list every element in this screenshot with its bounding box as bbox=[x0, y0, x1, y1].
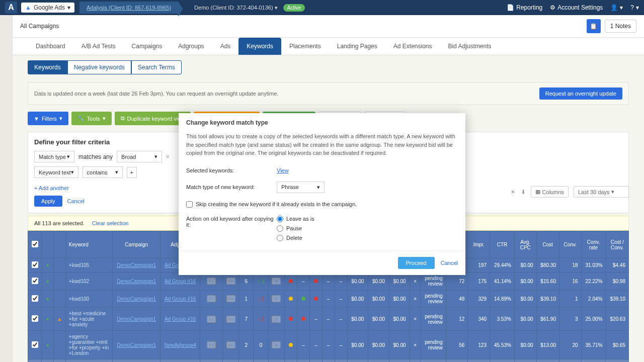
cancel-filter-link[interactable]: Cancel bbox=[67, 198, 85, 204]
stat-badge: ⊞ bbox=[272, 278, 281, 285]
row-checkbox[interactable] bbox=[32, 278, 38, 284]
breadcrumb-demo[interactable]: Demo (Client ID: 372-404-0136) ▾ Active bbox=[187, 2, 312, 14]
row-checkbox[interactable] bbox=[32, 295, 38, 302]
info-bar: Data is updated once a week (last date 2… bbox=[28, 82, 629, 105]
row-checkbox[interactable] bbox=[32, 315, 38, 322]
proceed-button[interactable]: Proceed bbox=[398, 257, 435, 269]
delete-radio[interactable] bbox=[277, 235, 283, 241]
subtab-searchterms[interactable]: Search Terms bbox=[131, 60, 182, 74]
add-value-button[interactable]: + bbox=[127, 167, 137, 178]
adalysis-logo[interactable]: A bbox=[5, 2, 17, 14]
filter-value-select[interactable]: Broad▾ bbox=[117, 151, 162, 162]
clear-selection-link[interactable]: Clear selection bbox=[92, 220, 129, 226]
main-tabs: DashboardA/B Ad TestsCampaignsAdgroupsAd… bbox=[13, 38, 644, 55]
adgroup-link[interactable]: Ad Group #16 bbox=[165, 279, 196, 284]
gear-icon: ⚙ bbox=[550, 4, 555, 11]
table-row: ●+agency +guarantee +rent +for +property… bbox=[28, 331, 629, 359]
campaign-link[interactable]: DemoCampaign1 bbox=[117, 296, 156, 302]
change-match-type-modal: Change keyword match type This tool allo… bbox=[179, 113, 465, 275]
table-row: ⏸+guaranteed +rent +propertyDemoCampaign… bbox=[28, 359, 629, 363]
tab-keywords[interactable]: Keywords bbox=[238, 38, 281, 55]
modal-description: This tool allows you to create a copy of… bbox=[179, 132, 465, 163]
view-keywords-link[interactable]: View bbox=[277, 167, 289, 173]
tab-bidadjustments[interactable]: Bid Adjustments bbox=[440, 38, 500, 55]
campaign-link[interactable]: DemoCampaign1 bbox=[117, 279, 156, 284]
ad-badge: AD bbox=[226, 341, 235, 348]
notes-icon-button[interactable]: 📋 bbox=[587, 19, 601, 33]
tab-dashboard[interactable]: Dashboard bbox=[28, 38, 73, 55]
sub-header: All Campaigns 📋 1 Notes bbox=[13, 15, 644, 38]
status-dot bbox=[289, 343, 293, 347]
table-row: ●+kwd100DemoCampaign1Ad Group #16E1AD1↓ … bbox=[28, 290, 629, 308]
tab-abadtests[interactable]: A/B Ad Tests bbox=[73, 38, 124, 55]
warning-icon: ▲ bbox=[57, 316, 62, 322]
help-menu[interactable]: ?▾ bbox=[630, 4, 639, 11]
skip-existing-checkbox[interactable] bbox=[186, 201, 193, 208]
filter-field-select[interactable]: Match type▾ bbox=[34, 151, 74, 162]
left-rail[interactable] bbox=[0, 15, 13, 362]
apply-button[interactable]: Apply bbox=[34, 196, 62, 207]
tab-ads[interactable]: Ads bbox=[212, 38, 239, 55]
notes-button[interactable]: 1 Notes bbox=[605, 20, 636, 33]
sub-tabs: KeywordsNegative keywordsSearch Terms bbox=[13, 55, 644, 79]
campaign-link[interactable]: DemoCampaign1 bbox=[117, 316, 156, 322]
user-menu[interactable]: 👤▾ bbox=[610, 4, 623, 11]
keyword-cell: +guaranteed +rent +property bbox=[65, 359, 113, 363]
filter-op-select[interactable]: contains▾ bbox=[83, 166, 123, 178]
match-type-select[interactable]: Phrase▾ bbox=[277, 182, 325, 193]
enabled-icon: ● bbox=[46, 316, 49, 322]
chevron-down-icon: ▾ bbox=[154, 153, 157, 160]
subtab-negativekeywords[interactable]: Negative keywords bbox=[67, 60, 131, 74]
tools-button[interactable]: 🔧Tools ▾ bbox=[71, 112, 112, 125]
row-checkbox[interactable] bbox=[32, 261, 38, 268]
campaign-link[interactable]: DemoCampaign1 bbox=[117, 342, 156, 348]
adgroup-link[interactable]: Ad Group #16 bbox=[165, 296, 196, 302]
ad-badge: AD bbox=[226, 316, 235, 323]
match-type-label: Match type of new keyword: bbox=[186, 184, 277, 190]
download-icon[interactable]: ⬇ bbox=[521, 189, 526, 196]
columns-icon: ▦ bbox=[535, 189, 540, 195]
keyword-cell: +kwd105 bbox=[65, 258, 113, 273]
modal-cancel-link[interactable]: Cancel bbox=[441, 260, 458, 266]
status-dot bbox=[289, 297, 293, 301]
filter-field-select-2[interactable]: Keyword text▾ bbox=[34, 166, 78, 178]
chevron-down-icon: ▾ bbox=[115, 169, 118, 175]
chevron-down-icon: ▾ bbox=[611, 189, 614, 195]
stat-badge: ⊞ bbox=[272, 341, 281, 348]
tab-campaigns[interactable]: Campaigns bbox=[124, 38, 171, 55]
tab-placements[interactable]: Placements bbox=[281, 38, 329, 55]
chevron-down-icon: ▾ bbox=[71, 169, 74, 175]
tab-adgroups[interactable]: Adgroups bbox=[170, 38, 212, 55]
remove-filter-icon[interactable]: × bbox=[166, 153, 170, 160]
breadcrumb-client[interactable]: Adalysis (Client ID: 867-619-8965) bbox=[79, 2, 178, 14]
campaign-link[interactable]: DemoCampaign1 bbox=[117, 262, 156, 268]
date-range-select[interactable]: Last 30 days▾ bbox=[574, 186, 629, 198]
pause-radio[interactable] bbox=[277, 225, 283, 232]
account-settings-link[interactable]: ⚙Account Settings bbox=[550, 4, 603, 11]
status-dot bbox=[301, 317, 305, 321]
active-badge: Active bbox=[283, 4, 305, 12]
platform-selector[interactable]: ▲ Google Ads ▾ bbox=[21, 3, 74, 13]
request-update-button[interactable]: Request an overnight update bbox=[539, 87, 622, 100]
report-icon: 📄 bbox=[507, 4, 514, 11]
adgroup-link[interactable]: Ad Group #16 bbox=[165, 316, 196, 322]
reporting-link[interactable]: 📄Reporting bbox=[507, 4, 542, 11]
wrench-icon: 🔧 bbox=[77, 115, 85, 122]
columns-button[interactable]: ▦Columns bbox=[531, 186, 569, 198]
selection-count: All 113 are selected. bbox=[34, 220, 85, 226]
tab-adextensions[interactable]: Ad Extensions bbox=[385, 38, 440, 55]
filters-button[interactable]: ▼Filters ▾ bbox=[28, 112, 68, 125]
leave-radio[interactable] bbox=[277, 216, 283, 222]
adgroup-link[interactable]: NewAdgroup4 bbox=[164, 342, 196, 348]
match-badge: E1 bbox=[207, 341, 216, 348]
tab-landingpages[interactable]: Landing Pages bbox=[329, 38, 385, 55]
brightness-icon[interactable]: ☀ bbox=[510, 189, 516, 196]
table-row: ●+kwd102DemoCampaign1Ad Group #16E1AD6↑ … bbox=[28, 273, 629, 290]
select-all-checkbox[interactable] bbox=[32, 241, 38, 247]
ad-badge: AD bbox=[226, 295, 235, 302]
all-campaigns-label: All Campaigns bbox=[20, 23, 59, 30]
row-checkbox[interactable] bbox=[32, 341, 38, 348]
enabled-icon: ● bbox=[46, 279, 49, 284]
add-another-link[interactable]: + Add another bbox=[34, 185, 69, 191]
subtab-keywords[interactable]: Keywords bbox=[28, 60, 67, 74]
